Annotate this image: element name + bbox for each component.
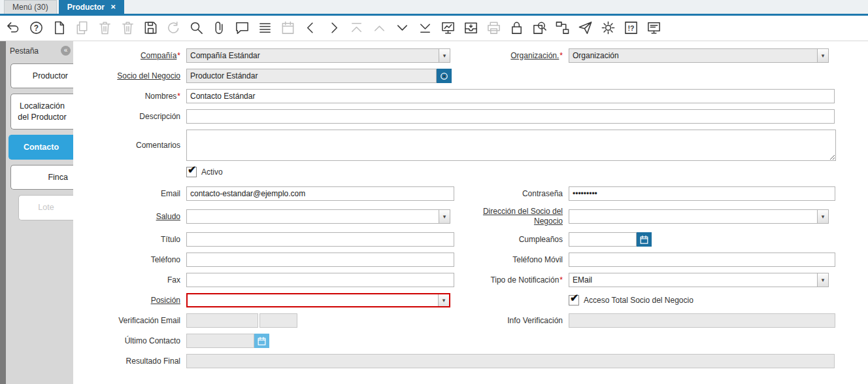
product-info-icon[interactable] [624, 20, 639, 36]
organizacion-select[interactable]: Organización [569, 48, 829, 63]
sidebar-tab-localización-del-productor[interactable]: Localización del Productor [10, 94, 73, 130]
notificacion-label: Tipo de Notificación [458, 275, 569, 285]
cumpleanos-input[interactable] [569, 232, 637, 247]
report-icon[interactable] [441, 20, 456, 36]
sidebar-tab-contacto[interactable]: Contacto [8, 135, 73, 160]
direccion-select[interactable] [569, 209, 829, 224]
support-window-icon[interactable] [646, 20, 662, 36]
tab-productor[interactable]: Productor [59, 0, 125, 14]
zoom-across-icon[interactable] [532, 20, 548, 36]
movil-input[interactable] [569, 253, 835, 267]
preferences-icon[interactable] [601, 20, 616, 36]
ultimo-contacto-label: Último Contacto [73, 336, 186, 346]
attachment-icon[interactable] [212, 20, 227, 36]
organizacion-value: Organización [569, 49, 817, 62]
descripcion-input[interactable] [186, 109, 835, 124]
row-nombres: Nombres [73, 89, 868, 103]
row-activo: Activo [73, 167, 868, 177]
chevron-down-icon[interactable] [817, 273, 828, 287]
cumpleanos-calendar-button[interactable] [637, 232, 652, 247]
close-tab-icon[interactable] [110, 4, 116, 10]
chevron-down-icon[interactable] [439, 210, 450, 223]
window-tabbar: Menú (30) Productor [0, 0, 868, 16]
comentarios-textarea[interactable] [186, 130, 836, 161]
titulo-input[interactable] [186, 232, 454, 247]
parent-record-icon [372, 20, 388, 36]
fax-input[interactable] [186, 273, 454, 287]
sidebar-tab-finca[interactable]: Finca [10, 165, 73, 190]
posicion-select[interactable] [186, 293, 450, 307]
row-email-contrasena: Email Contraseña [73, 186, 868, 201]
row-verificacion: Verificación Email Info Verificación [73, 313, 868, 328]
calendar-icon [639, 235, 649, 245]
row-ultimo-contacto: Último Contacto [73, 334, 868, 348]
tab-sidebar: Pestaña ProductorLocalización del Produc… [6, 41, 73, 384]
row-compania-organizacion: Compañía Compañía Estándar Organización.… [73, 48, 868, 63]
print-icon [486, 20, 502, 36]
previous-record-icon[interactable] [303, 20, 319, 36]
activo-checkbox[interactable] [186, 167, 197, 177]
collapse-sidebar-icon[interactable] [61, 46, 71, 56]
descripcion-label: Descripción [73, 112, 186, 122]
delete-selection-icon [120, 20, 136, 36]
chevron-down-icon[interactable] [438, 294, 449, 306]
sidebar-tab-productor[interactable]: Productor [10, 63, 73, 88]
resultado-input [186, 354, 835, 368]
info-verificacion-label: Info Verificación [458, 316, 569, 326]
next-record-icon[interactable] [326, 20, 342, 36]
workflow-icon[interactable] [555, 20, 571, 36]
chevron-down-icon[interactable] [439, 49, 450, 62]
acceso-total-label: Acceso Total Socio del Negocio [584, 296, 693, 305]
tab-menu-label: Menú (30) [12, 3, 48, 12]
sidebar-header: Pestaña [6, 41, 73, 60]
email-input[interactable] [186, 186, 454, 201]
contrasena-input[interactable] [569, 186, 835, 201]
chevron-down-icon[interactable] [817, 210, 828, 223]
verificacion-input-1 [186, 313, 258, 328]
socio-input[interactable] [186, 69, 437, 83]
compania-value: Compañía Estándar [187, 49, 439, 62]
find-icon[interactable] [189, 20, 205, 36]
refresh-icon [166, 20, 182, 36]
west-panel-strip[interactable] [0, 41, 6, 384]
private-record-lock-icon[interactable] [509, 20, 525, 36]
archive-icon[interactable] [463, 20, 479, 36]
business-partner-info-button[interactable] [437, 69, 452, 83]
email-label: Email [73, 189, 186, 199]
posicion-label: Posición [73, 296, 186, 305]
sidebar-tabs: ProductorLocalización del ProductorConta… [6, 60, 73, 220]
compania-select[interactable]: Compañía Estándar [186, 48, 450, 63]
ultimo-contacto-calendar-button[interactable] [254, 334, 269, 348]
undo-icon[interactable] [6, 20, 22, 36]
calendar-icon [257, 336, 267, 346]
chat-icon[interactable] [235, 20, 250, 36]
nombres-input[interactable] [186, 89, 835, 103]
verificacion-input-2 [259, 313, 297, 328]
movil-label: Teléfono Móvil [458, 255, 569, 265]
saludo-select[interactable] [186, 209, 450, 224]
save-icon[interactable] [143, 20, 159, 36]
first-record-icon [349, 20, 365, 36]
chevron-down-icon[interactable] [817, 49, 828, 62]
socio-label: Socio del Negocio [73, 71, 186, 81]
row-socio: Socio del Negocio [73, 69, 868, 83]
row-resultado: Resultado Final [73, 354, 868, 368]
tab-productor-label: Productor [67, 3, 105, 12]
detail-record-icon[interactable] [395, 20, 410, 36]
row-posicion-acceso: Posición Acceso Total Socio del Negocio [73, 293, 868, 307]
cumpleanos-label: Cumpleaños [458, 235, 569, 245]
acceso-total-checkbox[interactable] [569, 295, 579, 305]
notificacion-select[interactable]: EMail [569, 273, 829, 287]
grid-toggle-icon[interactable] [258, 20, 273, 36]
notificacion-value: EMail [569, 273, 817, 287]
form-panel: Compañía Compañía Estándar Organización.… [73, 41, 868, 384]
verificacion-label: Verificación Email [73, 316, 186, 326]
new-record-icon[interactable] [52, 20, 67, 36]
last-record-icon[interactable] [418, 20, 433, 36]
requests-icon[interactable] [578, 20, 593, 36]
tab-menu[interactable]: Menú (30) [4, 0, 57, 14]
help-icon[interactable] [29, 20, 44, 36]
sidebar-header-label: Pestaña [10, 46, 39, 56]
titulo-label: Título [73, 235, 186, 245]
telefono-input[interactable] [186, 253, 454, 267]
